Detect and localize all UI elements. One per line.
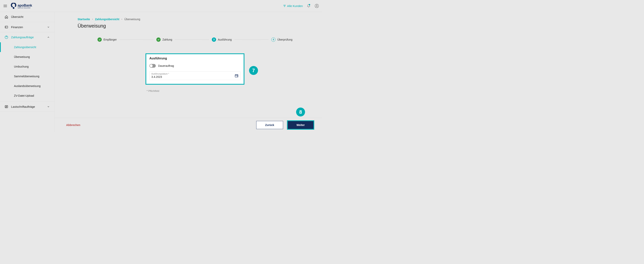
header-actions: Alle Kunden	[283, 4, 319, 8]
notification-dot-icon	[309, 4, 310, 5]
main-layout: Übersicht Finanzen Zahlungsaufträge Zahl…	[0, 12, 322, 132]
person-circle-icon	[315, 4, 319, 8]
chevron-down-icon	[47, 105, 50, 108]
step-number-active: 3	[212, 38, 216, 42]
check-icon	[98, 38, 102, 42]
filter-icon	[283, 5, 286, 7]
content-area: Startseite Zahlungsübersicht Überweisung…	[54, 12, 322, 118]
sidebar-sub-bulk-transfer[interactable]: Sammelüberweisung	[0, 71, 54, 81]
list-icon	[5, 105, 8, 109]
standing-order-row: Dauerauftrag	[149, 64, 240, 68]
sidebar-sub-label: Sammelüberweisung	[14, 75, 40, 78]
brand-text: apoBank Bank der Gesundheit	[18, 3, 32, 9]
main-content: Startseite Zahlungsübersicht Überweisung…	[54, 12, 322, 132]
callout-badge-8: 8	[296, 108, 305, 116]
step-separator	[120, 40, 154, 40]
sidebar-item-label: Lastschriftaufträge	[11, 105, 35, 108]
date-value: 3.4.2023	[152, 76, 235, 79]
svg-rect-8	[235, 75, 238, 77]
sidebar-sub-label: Zahlungsübersicht	[14, 46, 36, 49]
step-recipient: Empfänger	[98, 38, 117, 42]
sidebar-item-overview[interactable]: Übersicht	[0, 12, 54, 22]
step-label: Ausführung	[218, 38, 232, 41]
breadcrumb-level1[interactable]: Zahlungsübersicht	[95, 18, 119, 21]
brand-name: apoBank	[18, 3, 32, 7]
footer-actions: Abbrechen Zurück 8 Weiter	[54, 118, 322, 132]
card-title: Ausführung	[149, 57, 240, 60]
sidebar-item-label: Zahlungsaufträge	[11, 36, 34, 39]
next-button[interactable]: Weiter	[288, 121, 314, 129]
svg-rect-5	[6, 27, 6, 27]
next-button-highlight: 8 Weiter	[287, 120, 314, 130]
sidebar-sub-payment-overview[interactable]: Zahlungsübersicht	[0, 42, 54, 52]
step-number-pending: 4	[271, 38, 276, 42]
step-label: Zahlung	[162, 38, 172, 41]
sidebar-item-payments[interactable]: Zahlungsaufträge	[0, 32, 54, 42]
date-input[interactable]: Ausführungsdatum * 3.4.2023	[152, 73, 235, 79]
step-review: 4 Überprüfung	[271, 38, 292, 42]
app-header: apoBank Bank der Gesundheit Alle Kunden	[0, 0, 322, 12]
sidebar-sub-foreign-transfer[interactable]: Auslandsüberweisung	[0, 81, 54, 91]
page-title: Überweisung	[78, 23, 312, 29]
sidebar-item-debits[interactable]: Lastschriftaufträge	[0, 102, 54, 112]
sidebar-sub-rebooking[interactable]: Umbuchung	[0, 62, 54, 71]
chevron-right-icon	[121, 19, 122, 20]
execution-date-field[interactable]: Ausführungsdatum * 3.4.2023	[149, 72, 240, 80]
sidebar-sub-transfer[interactable]: Überweisung	[0, 52, 54, 62]
back-button[interactable]: Zurück	[256, 121, 283, 129]
toggle-knob-icon	[150, 65, 153, 67]
stepper: Empfänger Zahlung 3 Ausführung 4 Ü	[96, 38, 294, 42]
account-button[interactable]	[314, 4, 319, 8]
step-separator	[175, 40, 209, 40]
svg-point-3	[316, 5, 317, 6]
sidebar-sub-label: Umbuchung	[14, 65, 28, 68]
chevron-right-icon	[92, 19, 93, 20]
cancel-button[interactable]: Abbrechen	[62, 122, 84, 129]
step-payment: Zahlung	[156, 38, 172, 42]
breadcrumb: Startseite Zahlungsübersicht Überweisung	[78, 18, 312, 21]
breadcrumb-home[interactable]: Startseite	[78, 18, 90, 21]
standing-order-toggle[interactable]	[149, 64, 156, 68]
sidebar: Übersicht Finanzen Zahlungsaufträge Zahl…	[0, 12, 54, 132]
svg-rect-4	[5, 26, 8, 28]
svg-rect-9	[237, 76, 238, 77]
customer-filter-label: Alle Kunden	[287, 4, 303, 8]
sidebar-item-finances[interactable]: Finanzen	[0, 22, 54, 33]
chevron-up-icon	[47, 36, 50, 39]
step-separator	[235, 40, 268, 40]
chevron-down-icon	[47, 26, 50, 29]
execution-card-wrap: Ausführung Dauerauftrag Ausführungsdatum…	[146, 53, 244, 85]
standing-order-label: Dauerauftrag	[158, 64, 174, 67]
callout-badge-7: 7	[249, 66, 258, 75]
wallet-icon	[5, 26, 8, 29]
svg-rect-1	[13, 7, 14, 9]
step-label: Überprüfung	[278, 38, 292, 41]
brand-tagline: Bank der Gesundheit	[18, 7, 32, 9]
menu-button[interactable]	[3, 4, 8, 8]
sidebar-sub-zv-upload[interactable]: ZV-Datei-Upload	[0, 91, 54, 102]
sidebar-sub-label: Überweisung	[14, 55, 30, 58]
currency-circle-icon	[5, 36, 8, 39]
sidebar-sub-label: ZV-Datei-Upload	[14, 94, 34, 97]
execution-card: Ausführung Dauerauftrag Ausführungsdatum…	[146, 53, 244, 85]
sidebar-item-label: Übersicht	[11, 15, 23, 19]
logo-mark-icon	[10, 3, 17, 9]
customer-filter-button[interactable]: Alle Kunden	[283, 4, 303, 8]
required-hint: * Pflichtfeld	[146, 90, 244, 93]
calendar-icon[interactable]	[235, 74, 238, 78]
notifications-button[interactable]	[306, 4, 311, 8]
step-label: Empfänger	[104, 38, 117, 41]
date-label: Ausführungsdatum *	[152, 73, 235, 75]
sidebar-item-label: Finanzen	[11, 26, 23, 29]
brand-logo[interactable]: apoBank Bank der Gesundheit	[10, 3, 32, 9]
check-icon	[156, 38, 160, 42]
hamburger-icon	[4, 5, 7, 7]
step-execution: 3 Ausführung	[212, 38, 232, 42]
home-icon	[5, 15, 8, 19]
sidebar-sub-label: Auslandsüberweisung	[14, 84, 40, 88]
breadcrumb-current: Überweisung	[124, 18, 140, 21]
